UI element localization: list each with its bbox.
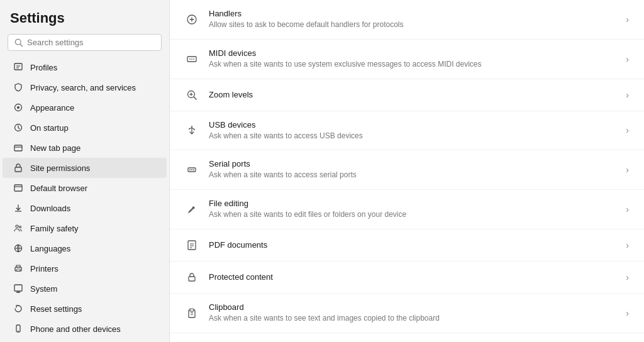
sidebar-item-printers[interactable]: Printers — [3, 258, 167, 279]
phone-icon — [13, 323, 24, 334]
nav-item-label: Profiles — [30, 63, 57, 72]
chevron-icon: › — [626, 240, 629, 250]
item-desc: Ask when a site wants to see text and im… — [209, 313, 616, 324]
newtab-icon — [13, 142, 24, 153]
nav-item-label: New tab page — [30, 143, 80, 153]
settings-item-handlers[interactable]: HandlersAllow sites to ask to become def… — [170, 0, 644, 40]
sidebar-item-site-permissions[interactable]: Site permissions — [3, 158, 167, 178]
reset-icon — [13, 303, 24, 314]
sidebar-item-appearance[interactable]: Appearance — [3, 97, 167, 118]
search-box[interactable] — [8, 34, 162, 51]
sidebar-item-profiles[interactable]: Profiles — [3, 57, 167, 77]
item-title: Zoom levels — [209, 90, 616, 99]
search-input[interactable] — [27, 38, 155, 47]
svg-rect-19 — [14, 285, 22, 291]
settings-item-serial-ports[interactable]: Serial portsAsk when a site wants to acc… — [170, 150, 644, 190]
item-content: MIDI devicesAsk when a site wants to use… — [209, 48, 616, 70]
settings-list: HandlersAllow sites to ask to become def… — [170, 0, 644, 342]
chevron-icon: › — [626, 125, 629, 135]
svg-point-37 — [194, 129, 195, 130]
settings-item-midi-devices[interactable]: MIDI devicesAsk when a site wants to use… — [170, 40, 644, 79]
settings-item-zoom-levels[interactable]: Zoom levels› — [170, 79, 644, 111]
item-content: Protected content — [209, 272, 616, 282]
svg-rect-18 — [16, 269, 20, 271]
item-title: File editing — [209, 199, 616, 208]
zoom-levels-icon — [185, 88, 199, 102]
item-desc: Ask when a site wants to use system excl… — [209, 59, 616, 70]
sidebar-item-downloads[interactable]: Downloads — [3, 198, 167, 218]
nav-item-label: Reset settings — [30, 304, 82, 314]
nav-item-label: Site permissions — [30, 163, 90, 173]
nav-item-label: Downloads — [30, 204, 70, 213]
sidebar-item-system[interactable]: System — [3, 279, 167, 299]
languages-icon — [13, 243, 24, 254]
svg-point-13 — [16, 225, 18, 228]
nav-item-label: On startup — [30, 123, 69, 133]
svg-point-42 — [193, 169, 194, 170]
usb-devices-icon — [185, 123, 199, 137]
settings-item-protected-content[interactable]: Protected content› — [170, 262, 644, 294]
settings-item-pdf-documents[interactable]: PDF documents› — [170, 229, 644, 262]
chevron-icon: › — [626, 54, 629, 64]
svg-line-32 — [194, 97, 197, 99]
svg-point-6 — [17, 106, 19, 109]
svg-line-1 — [20, 44, 23, 47]
nav-item-label: Phone and other devices — [30, 324, 121, 334]
item-title: Handlers — [209, 9, 616, 18]
nav-item-label: Appearance — [30, 103, 74, 113]
settings-item-clipboard[interactable]: ClipboardAsk when a site wants to see te… — [170, 294, 644, 333]
svg-rect-9 — [15, 167, 21, 172]
sidebar-item-reset-settings[interactable]: Reset settings — [3, 299, 167, 319]
chevron-icon: › — [626, 308, 629, 318]
system-icon — [13, 283, 24, 294]
svg-point-23 — [18, 331, 19, 332]
sidebar-item-default-browser[interactable]: Default browser — [3, 178, 167, 198]
sidebar-item-family-safety[interactable]: Family safety — [3, 218, 167, 238]
appearance-icon — [13, 102, 24, 113]
sidebar-item-languages[interactable]: Languages — [3, 238, 167, 258]
sidebar-item-about-microsoft-edge[interactable]: About Microsoft Edge — [3, 339, 167, 342]
svg-rect-10 — [14, 185, 22, 191]
item-title: Serial ports — [209, 159, 616, 168]
sidebar: Settings ProfilesPrivacy, search, and se… — [0, 0, 170, 342]
sidebar-item-phone-and-other-devices[interactable]: Phone and other devices — [3, 319, 167, 339]
svg-rect-44 — [188, 241, 196, 250]
item-title: PDF documents — [209, 240, 616, 250]
item-content: Serial portsAsk when a site wants to acc… — [209, 159, 616, 180]
svg-point-14 — [19, 226, 21, 228]
settings-item-file-editing[interactable]: File editingAsk when a site wants to edi… — [170, 190, 644, 229]
nav-item-label: Languages — [30, 244, 70, 253]
settings-item-usb-devices[interactable]: USB devicesAsk when a site wants to acce… — [170, 111, 644, 151]
nav-item-label: System — [30, 284, 57, 294]
sidebar-item-on-startup[interactable]: On startup — [3, 118, 167, 138]
item-content: PDF documents — [209, 240, 616, 250]
nav-item-label: Family safety — [30, 224, 79, 233]
settings-item-payment-handlers[interactable]: Payment handlersAllow sites to install p… — [170, 333, 644, 342]
sidebar-item-new-tab-page[interactable]: New tab page — [3, 138, 167, 158]
item-title: Protected content — [209, 272, 616, 282]
privacy-icon — [13, 82, 24, 93]
svg-rect-2 — [14, 63, 22, 70]
profile-icon — [13, 62, 24, 73]
svg-rect-50 — [190, 309, 194, 311]
svg-point-38 — [189, 128, 190, 130]
svg-point-41 — [191, 169, 192, 170]
midi-devices-icon — [185, 52, 199, 66]
defaultbrowser-icon — [13, 182, 24, 194]
pdf-documents-icon — [185, 238, 199, 252]
chevron-icon: › — [626, 204, 629, 214]
downloads-icon — [13, 202, 24, 214]
chevron-icon: › — [626, 14, 629, 25]
nav-item-label: Privacy, search, and services — [30, 83, 136, 92]
item-content: Zoom levels — [209, 90, 616, 99]
sidebar-nav: ProfilesPrivacy, search, and servicesApp… — [0, 57, 169, 342]
protected-content-icon — [185, 270, 199, 284]
startup-icon — [13, 122, 24, 133]
sidebar-item-privacy,-search,-and-services[interactable]: Privacy, search, and services — [3, 77, 167, 97]
file-editing-icon — [185, 202, 199, 216]
item-content: USB devicesAsk when a site wants to acce… — [209, 120, 616, 141]
chevron-icon: › — [626, 165, 629, 175]
search-icon — [14, 38, 23, 47]
item-content: ClipboardAsk when a site wants to see te… — [209, 302, 616, 324]
item-desc: Ask when a site wants to access serial p… — [209, 170, 616, 180]
